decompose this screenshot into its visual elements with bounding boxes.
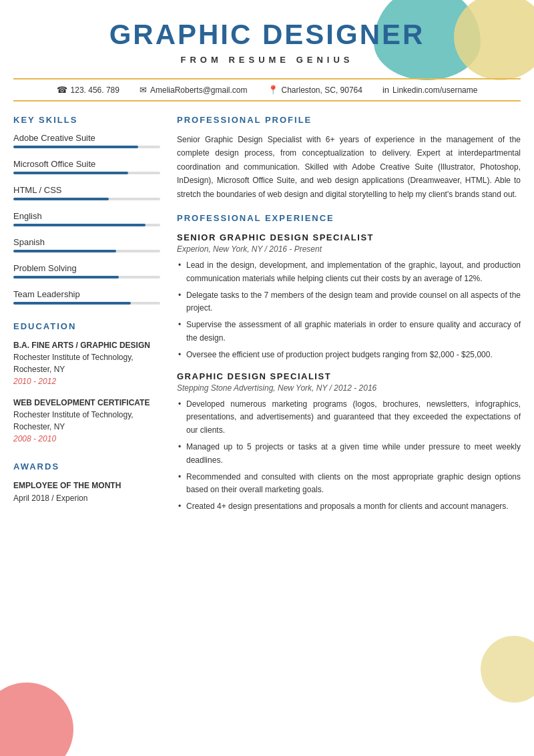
skill-name: HTML / CSS: [13, 185, 160, 195]
job-title: GRAPHIC DESIGN SPECIALIST: [177, 371, 521, 381]
award-title: EMPLOYEE OF THE MONTH: [13, 480, 160, 492]
awards-title: AWARDS: [13, 461, 160, 471]
left-column: KEY SKILLS Adobe Creative Suite Microsof…: [13, 115, 160, 522]
skill-bar-bg: [13, 302, 160, 305]
header-section: GRAPHIC DESIGNER FROM RESUME GENIUS: [0, 0, 534, 71]
edu-degree: B.A. FINE ARTS / GRAPHIC DESIGN: [13, 341, 150, 350]
edu-school: Rochester Institute of Technology, Roche…: [13, 410, 134, 431]
list-item: Recommended and consulted with clients o…: [177, 471, 521, 498]
phone-number: 123. 456. 789: [71, 85, 119, 95]
email-icon: ✉: [140, 85, 147, 95]
skill-bar-fill: [13, 302, 131, 305]
education-title: EDUCATION: [13, 321, 160, 331]
job-item: GRAPHIC DESIGN SPECIALIST Stepping Stone…: [177, 371, 521, 514]
profile-section: PROFESSIONAL PROFILE Senior Graphic Desi…: [177, 115, 521, 201]
resume-subtitle: FROM RESUME GENIUS: [13, 55, 521, 65]
list-item: Developed numerous marketing programs (l…: [177, 398, 521, 437]
skill-name: Microsoft Office Suite: [13, 159, 160, 169]
list-item: Lead in the design, development, and imp…: [177, 259, 521, 286]
skill-bar-fill: [13, 172, 128, 174]
skill-bar-bg: [13, 198, 160, 200]
awards-section: AWARDS EMPLOYEE OF THE MONTH April 2018 …: [13, 461, 160, 505]
blob-pink-decoration: [0, 683, 73, 756]
profile-text: Senior Graphic Design Specialist with 6+…: [177, 133, 521, 201]
skill-bar-bg: [13, 276, 160, 278]
skill-item: Microsoft Office Suite: [13, 159, 160, 174]
skill-name: Adobe Creative Suite: [13, 133, 160, 143]
skills-list: Adobe Creative Suite Microsoft Office Su…: [13, 133, 160, 305]
skill-bar-fill: [13, 250, 116, 252]
location-text: Charleston, SC, 90764: [282, 85, 362, 95]
job-item: SENIOR GRAPHIC DESIGN SPECIALIST Experio…: [177, 232, 521, 362]
contact-bar: ☎ 123. 456. 789 ✉ AmeliaRoberts@gmail.co…: [13, 78, 521, 102]
education-item: WEB DEVELOPMENT CERTIFICATE Rochester In…: [13, 397, 160, 445]
blob-yellow2-decoration: [481, 636, 534, 703]
skill-item: Adobe Creative Suite: [13, 133, 160, 148]
job-title: SENIOR GRAPHIC DESIGN SPECIALIST: [177, 232, 521, 242]
education-item: B.A. FINE ARTS / GRAPHIC DESIGN Rocheste…: [13, 339, 160, 387]
skill-name: Team Leadership: [13, 289, 160, 299]
linkedin-url: Linkedin.com/username: [392, 85, 477, 95]
experience-section: PROFESSIONAL EXPERIENCE SENIOR GRAPHIC D…: [177, 213, 521, 514]
list-item: Supervise the assessment of all graphic …: [177, 319, 521, 345]
edu-degree: WEB DEVELOPMENT CERTIFICATE: [13, 398, 150, 407]
skill-name: Spanish: [13, 237, 160, 247]
skill-bar-fill: [13, 146, 138, 148]
skill-name: Problem Solving: [13, 263, 160, 273]
profile-title: PROFESSIONAL PROFILE: [177, 115, 521, 125]
job-company: Stepping Stone Advertising, New York, NY…: [177, 383, 521, 393]
skill-bar-bg: [13, 172, 160, 174]
phone-contact: ☎ 123. 456. 789: [57, 85, 119, 95]
linkedin-icon: in: [382, 85, 389, 95]
edu-school: Rochester Institute of Technology, Roche…: [13, 353, 134, 374]
education-section: EDUCATION B.A. FINE ARTS / GRAPHIC DESIG…: [13, 321, 160, 445]
main-content: KEY SKILLS Adobe Creative Suite Microsof…: [0, 115, 534, 522]
skill-bar-fill: [13, 276, 119, 278]
job-bullets: Lead in the design, development, and imp…: [177, 259, 521, 362]
skills-title: KEY SKILLS: [13, 115, 160, 125]
right-column: PROFESSIONAL PROFILE Senior Graphic Desi…: [177, 115, 521, 522]
phone-icon: ☎: [57, 85, 67, 95]
skill-item: English: [13, 211, 160, 226]
edu-dates: 2010 - 2012: [13, 375, 160, 387]
email-address: AmeliaRoberts@gmail.com: [150, 85, 248, 95]
award-item: EMPLOYEE OF THE MONTH April 2018 / Exper…: [13, 480, 160, 505]
skills-section: KEY SKILLS Adobe Creative Suite Microsof…: [13, 115, 160, 305]
job-bullets: Developed numerous marketing programs (l…: [177, 398, 521, 514]
resume-title: GRAPHIC DESIGNER: [13, 19, 521, 51]
list-item: Delegate tasks to the 7 members of the d…: [177, 289, 521, 316]
skill-item: Problem Solving: [13, 263, 160, 278]
jobs-list: SENIOR GRAPHIC DESIGN SPECIALIST Experio…: [177, 232, 521, 514]
skill-bar-bg: [13, 250, 160, 252]
edu-dates: 2008 - 2010: [13, 433, 160, 445]
skill-item: Spanish: [13, 237, 160, 252]
list-item: Oversee the efficient use of production …: [177, 349, 521, 362]
awards-list: EMPLOYEE OF THE MONTH April 2018 / Exper…: [13, 480, 160, 505]
location-contact: 📍 Charleston, SC, 90764: [268, 85, 362, 95]
education-list: B.A. FINE ARTS / GRAPHIC DESIGN Rocheste…: [13, 339, 160, 445]
list-item: Managed up to 5 projects or tasks at a g…: [177, 441, 521, 467]
skill-bar-bg: [13, 224, 160, 226]
email-contact: ✉ AmeliaRoberts@gmail.com: [140, 85, 248, 95]
skill-bar-fill: [13, 224, 146, 226]
experience-title: PROFESSIONAL EXPERIENCE: [177, 213, 521, 223]
skill-bar-fill: [13, 198, 109, 200]
skill-item: Team Leadership: [13, 289, 160, 305]
location-icon: 📍: [268, 85, 278, 95]
list-item: Created 4+ design presentations and prop…: [177, 500, 521, 514]
award-detail: April 2018 / Experion: [13, 492, 160, 505]
linkedin-contact: in Linkedin.com/username: [382, 85, 478, 95]
skill-name: English: [13, 211, 160, 221]
job-company: Experion, New York, NY / 2016 - Present: [177, 244, 521, 254]
skill-item: HTML / CSS: [13, 185, 160, 200]
resume-page: GRAPHIC DESIGNER FROM RESUME GENIUS ☎ 12…: [0, 0, 534, 756]
skill-bar-bg: [13, 146, 160, 148]
